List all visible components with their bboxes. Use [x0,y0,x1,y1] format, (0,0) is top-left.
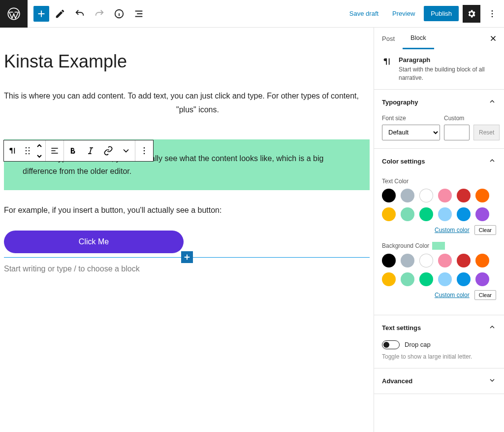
font-size-label: Font size [382,115,440,122]
color-swatch[interactable] [457,272,471,286]
chevron-down-icon [488,376,496,386]
svg-point-13 [144,153,145,155]
undo-button[interactable] [71,5,89,23]
color-swatch[interactable] [401,207,414,221]
editor-topbar: Save draft Preview Publish [0,0,504,28]
color-swatch[interactable] [438,254,452,267]
advanced-panel-toggle[interactable]: Advanced [374,368,504,394]
block-toolbar [3,140,154,162]
button-block[interactable]: Click Me [4,231,184,253]
svg-point-2 [492,10,493,11]
dropcap-help: Toggle to show a large initial letter. [382,353,496,360]
close-sidebar-button[interactable] [484,30,502,47]
svg-point-10 [29,153,30,155]
add-block-button[interactable] [33,6,49,22]
svg-point-9 [26,153,27,155]
paragraph-block-1b-tail: "plus" icons. [176,105,219,114]
svg-point-11 [144,147,145,149]
bg-color-swatches [382,254,496,286]
text-settings-toggle[interactable]: Text settings [374,315,504,340]
paragraph-icon [382,56,393,67]
drag-handle-icon[interactable] [22,146,33,155]
color-swatch[interactable] [401,272,414,286]
color-swatch[interactable] [382,207,396,221]
svg-point-7 [26,150,27,152]
color-swatch[interactable] [457,189,471,202]
advanced-title: Advanced [382,377,412,385]
color-settings-title: Color settings [382,158,425,165]
bg-color-selected-swatch [432,242,445,250]
move-up-button[interactable] [33,140,45,151]
block-type-icon[interactable] [4,140,22,161]
typography-title: Typography [382,99,418,106]
paragraph-block-1[interactable]: This is where you can add content. To ad… [4,90,370,102]
block-appender-placeholder[interactable]: Start writing or type / to choose a bloc… [4,262,370,276]
clear-bg-color-button[interactable]: Clear [474,290,496,300]
color-swatch[interactable] [382,272,396,286]
block-more-options-button[interactable] [135,140,153,161]
custom-text-color-link[interactable]: Custom color [435,227,470,233]
svg-point-5 [26,147,27,149]
svg-point-4 [492,16,493,17]
color-settings-panel: Color settings Text Color Custom color C… [374,149,504,315]
svg-point-6 [29,147,30,149]
wordpress-logo[interactable] [0,0,28,28]
chevron-up-icon [488,323,496,332]
paragraph-block-2[interactable]: For example, if you insert a button, you… [4,204,370,217]
tab-block[interactable]: Block [403,28,434,49]
info-button[interactable] [110,5,128,23]
color-swatch[interactable] [475,207,489,221]
color-swatch[interactable] [438,207,452,221]
color-swatch[interactable] [419,254,433,267]
block-type-desc: Start with the building block of all nar… [399,66,496,82]
dropcap-label: Drop cap [405,341,431,348]
color-swatch[interactable] [419,207,433,221]
color-swatch[interactable] [475,254,489,267]
italic-button[interactable] [82,140,99,161]
color-swatch[interactable] [419,189,433,202]
clear-text-color-button[interactable]: Clear [474,225,496,235]
move-down-button[interactable] [33,151,45,161]
post-title[interactable]: Kinsta Example [4,51,370,72]
color-swatch[interactable] [457,207,471,221]
dropcap-toggle[interactable] [382,340,400,349]
svg-point-12 [144,150,145,152]
reset-font-button[interactable]: Reset [473,125,500,140]
tools-edit-button[interactable] [51,5,69,23]
preview-button[interactable]: Preview [387,7,420,20]
color-swatch[interactable] [457,254,471,267]
svg-point-8 [29,150,30,152]
custom-size-input[interactable] [444,125,470,140]
publish-button[interactable]: Publish [424,6,459,21]
color-swatch[interactable] [382,189,396,202]
bold-button[interactable] [64,140,82,161]
custom-bg-color-link[interactable]: Custom color [435,292,470,299]
align-button[interactable] [46,140,63,161]
outline-button[interactable] [130,5,148,23]
link-button[interactable] [99,140,117,161]
color-swatch[interactable] [419,272,433,286]
editor-canvas[interactable]: Kinsta Example This is where you can add… [0,28,374,432]
color-swatch[interactable] [475,189,489,202]
settings-button[interactable] [463,5,480,23]
color-swatch[interactable] [438,272,452,286]
save-draft-button[interactable]: Save draft [345,7,383,20]
more-options-button[interactable] [484,5,500,23]
color-settings-toggle[interactable]: Color settings [374,149,504,174]
color-swatch[interactable] [401,189,414,202]
svg-point-3 [492,13,493,14]
redo-button[interactable] [91,5,108,23]
color-swatch[interactable] [401,254,414,267]
sidebar-tabs: Post Block [374,28,504,49]
color-swatch[interactable] [382,254,396,267]
typography-panel-toggle[interactable]: Typography [374,90,504,115]
more-format-button[interactable] [117,140,135,161]
tab-post[interactable]: Post [374,28,403,49]
block-appender-separator [4,257,370,258]
block-type-info: Paragraph Start with the building block … [374,49,504,90]
font-size-select[interactable]: Default [382,125,440,140]
color-swatch[interactable] [475,272,489,286]
color-swatch[interactable] [438,189,452,202]
inline-add-block-button[interactable] [181,251,193,263]
text-color-label: Text Color [382,178,496,185]
